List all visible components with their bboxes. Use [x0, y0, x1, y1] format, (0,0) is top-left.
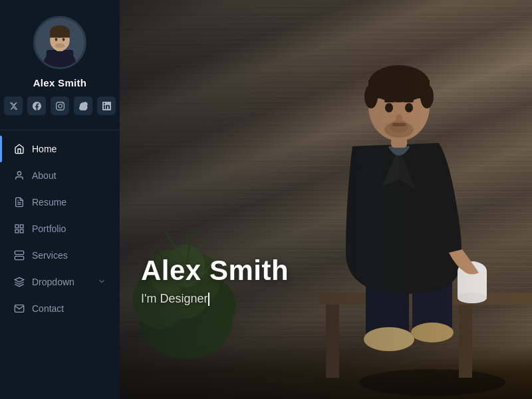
svg-rect-14	[20, 225, 23, 228]
sidebar-item-portfolio[interactable]: Portfolio	[0, 215, 120, 242]
cursor-blink	[208, 293, 209, 306]
mail-icon	[13, 303, 25, 315]
main-content: Alex Smith I'm Designer	[120, 0, 532, 399]
social-icons-group	[4, 96, 116, 115]
svg-point-7	[55, 38, 58, 41]
svg-rect-17	[15, 251, 23, 254]
svg-marker-21	[15, 277, 23, 282]
social-icon-linkedin[interactable]	[97, 96, 116, 115]
sidebar-item-contact[interactable]: Contact	[0, 295, 120, 322]
layers-icon	[13, 276, 25, 288]
social-icon-twitter[interactable]	[4, 96, 23, 115]
sidebar-item-dropdown[interactable]: Dropdown	[0, 269, 120, 295]
sidebar-label-portfolio: Portfolio	[32, 223, 106, 234]
svg-rect-15	[20, 229, 23, 233]
hero-name: Alex Smith	[141, 255, 289, 287]
sidebar-label-dropdown: Dropdown	[32, 277, 90, 287]
user-icon	[13, 170, 25, 182]
sidebar: Alex Smith	[0, 0, 120, 399]
svg-rect-2	[47, 50, 74, 67]
svg-rect-6	[50, 31, 70, 37]
social-icon-facebook[interactable]	[27, 96, 46, 115]
hero-background	[120, 0, 532, 399]
gradient-overlay	[120, 0, 532, 399]
sidebar-label-about: About	[32, 170, 106, 181]
sidebar-label-resume: Resume	[32, 197, 106, 207]
sidebar-label-home: Home	[32, 144, 106, 154]
sidebar-item-about[interactable]: About	[0, 162, 120, 189]
sidebar-item-services[interactable]: Services	[0, 242, 120, 269]
svg-rect-16	[15, 229, 19, 233]
svg-rect-18	[15, 256, 23, 259]
svg-point-9	[55, 43, 65, 48]
hero-tagline-text: I'm Designer	[141, 292, 207, 305]
sidebar-item-home[interactable]: Home	[0, 136, 120, 162]
grid-icon	[13, 223, 25, 235]
server-icon	[13, 249, 25, 261]
sidebar-item-resume[interactable]: Resume	[0, 189, 120, 215]
sidebar-user-name: Alex Smith	[33, 77, 87, 88]
hero-text: Alex Smith I'm Designer	[141, 255, 289, 306]
hero-tagline: I'm Designer	[141, 292, 289, 306]
nav-menu: Home About Resume	[0, 136, 120, 322]
sidebar-label-contact: Contact	[32, 303, 106, 314]
social-icon-skype[interactable]	[74, 96, 92, 115]
file-icon	[13, 196, 25, 208]
svg-point-10	[17, 172, 21, 175]
avatar	[33, 16, 86, 69]
svg-rect-13	[15, 225, 19, 228]
nav-divider	[0, 130, 120, 130]
sidebar-label-services: Services	[32, 250, 106, 261]
chevron-down-icon	[97, 277, 106, 288]
svg-point-8	[63, 38, 65, 41]
home-icon	[13, 143, 25, 155]
social-icon-instagram[interactable]	[51, 96, 69, 115]
